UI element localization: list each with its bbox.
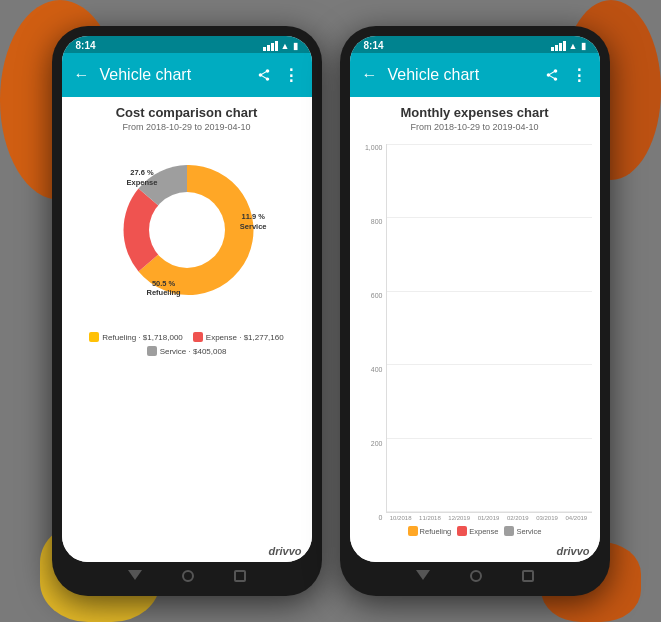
phone-2-screen: 8:14 ▲ ▮ ← Vehicle chart: [350, 36, 600, 562]
x-label-2: 11/2018: [417, 515, 443, 521]
back-nav-2[interactable]: [416, 570, 430, 580]
legend-dot-refueling: [89, 332, 99, 342]
bar-legend-dot-refueling: [408, 526, 418, 536]
recent-nav-1[interactable]: [234, 570, 246, 582]
x-labels: 10/2018 11/2018 12/2019 01/2019 02/2019 …: [386, 513, 592, 521]
app-bar-title-1: Vehicle chart: [100, 66, 246, 84]
battery-icon-2: ▮: [581, 41, 586, 51]
label-service: 11.9 %Service: [240, 212, 267, 232]
x-label-7: 04/2019: [563, 515, 589, 521]
legend-expense: Expense · $1,277,160: [193, 332, 284, 342]
label-refueling: 50.5 %Refueling: [147, 279, 181, 299]
phones-container: 8:14 ▲ ▮ ← Vehicle chart: [52, 26, 610, 596]
legend-dot-service: [147, 346, 157, 356]
drivvo-logo-1: drivvo: [268, 545, 301, 557]
share-button-2[interactable]: [542, 65, 562, 85]
x-label-6: 03/2019: [534, 515, 560, 521]
home-nav-2[interactable]: [470, 570, 482, 582]
x-label-4: 01/2019: [475, 515, 501, 521]
x-label-3: 12/2019: [446, 515, 472, 521]
donut-chart: 27.6 %Expense 11.9 %Service 50.5 %Refuel…: [97, 140, 277, 320]
label-expense: 27.6 %Expense: [127, 168, 158, 188]
bar-legend-refueling: Refueling: [408, 526, 452, 536]
bottom-bar-1: drivvo: [62, 542, 312, 562]
app-bar-1: ← Vehicle chart ⋮: [62, 53, 312, 97]
bar-chart-legend: Refueling Expense Service: [408, 523, 542, 538]
drivvo-logo-2: drivvo: [556, 545, 589, 557]
chart-area-2: Monthly expenses chart From 2018-10-29 t…: [350, 97, 600, 542]
chart-title-1: Cost comparison chart: [116, 105, 258, 120]
y-label-1000: 1,000: [365, 144, 383, 151]
donut-hole: [149, 192, 225, 268]
y-label-400: 400: [371, 366, 383, 373]
legend-text-expense: Expense · $1,277,160: [206, 333, 284, 342]
wifi-icon-1: ▲: [281, 41, 290, 51]
bars-area: 10/2018 11/2018 12/2019 01/2019 02/2019 …: [386, 144, 592, 521]
phone-2-nav: [350, 562, 600, 586]
share-button-1[interactable]: [254, 65, 274, 85]
chart-title-2: Monthly expenses chart: [400, 105, 548, 120]
app-bar-2: ← Vehicle chart ⋮: [350, 53, 600, 97]
app-bar-title-2: Vehicle chart: [388, 66, 534, 84]
bar-legend-text-service: Service: [516, 527, 541, 536]
bar-legend-expense: Expense: [457, 526, 498, 536]
bottom-bar-2: drivvo: [350, 542, 600, 562]
signal-icon-2: [551, 41, 566, 51]
back-button-1[interactable]: ←: [72, 65, 92, 85]
back-button-2[interactable]: ←: [360, 65, 380, 85]
x-label-1: 10/2018: [388, 515, 414, 521]
signal-icon-1: [263, 41, 278, 51]
chart-subtitle-2: From 2018-10-29 to 2019-04-10: [410, 122, 538, 132]
bar-legend-dot-expense: [457, 526, 467, 536]
status-bar-1: 8:14 ▲ ▮: [62, 36, 312, 53]
more-button-1[interactable]: ⋮: [282, 65, 302, 85]
y-label-0: 0: [379, 514, 383, 521]
phone-1-nav: [62, 562, 312, 586]
legend-dot-expense: [193, 332, 203, 342]
recent-nav-2[interactable]: [522, 570, 534, 582]
y-axis: 1,000 800 600 400 200 0: [358, 144, 386, 521]
phone-2: 8:14 ▲ ▮ ← Vehicle chart: [340, 26, 610, 596]
grid-lines: [387, 144, 592, 512]
status-icons-2: ▲ ▮: [551, 41, 586, 51]
bar-legend-text-expense: Expense: [469, 527, 498, 536]
y-label-600: 600: [371, 292, 383, 299]
battery-icon-1: ▮: [293, 41, 298, 51]
bars-grid: [386, 144, 592, 513]
status-time-2: 8:14: [364, 40, 384, 51]
y-label-200: 200: [371, 440, 383, 447]
status-time-1: 8:14: [76, 40, 96, 51]
phone-1: 8:14 ▲ ▮ ← Vehicle chart: [52, 26, 322, 596]
legend-refueling: Refueling · $1,718,000: [89, 332, 183, 342]
legend-service: Service · $405,008: [147, 346, 227, 356]
bar-chart-wrapper: 1,000 800 600 400 200 0: [354, 140, 596, 523]
y-label-800: 800: [371, 218, 383, 225]
wifi-icon-2: ▲: [569, 41, 578, 51]
bar-chart-inner: 1,000 800 600 400 200 0: [358, 144, 592, 521]
phone-1-screen: 8:14 ▲ ▮ ← Vehicle chart: [62, 36, 312, 562]
bar-legend-text-refueling: Refueling: [420, 527, 452, 536]
chart-area-1: Cost comparison chart From 2018-10-29 to…: [62, 97, 312, 542]
status-bar-2: 8:14 ▲ ▮: [350, 36, 600, 53]
bar-legend-service: Service: [504, 526, 541, 536]
x-label-5: 02/2019: [505, 515, 531, 521]
legend-text-service: Service · $405,008: [160, 347, 227, 356]
bar-legend-dot-service: [504, 526, 514, 536]
status-icons-1: ▲ ▮: [263, 41, 298, 51]
legend-1: Refueling · $1,718,000 Expense · $1,277,…: [68, 328, 306, 360]
home-nav-1[interactable]: [182, 570, 194, 582]
chart-subtitle-1: From 2018-10-29 to 2019-04-10: [122, 122, 250, 132]
more-button-2[interactable]: ⋮: [570, 65, 590, 85]
legend-text-refueling: Refueling · $1,718,000: [102, 333, 183, 342]
back-nav-1[interactable]: [128, 570, 142, 580]
